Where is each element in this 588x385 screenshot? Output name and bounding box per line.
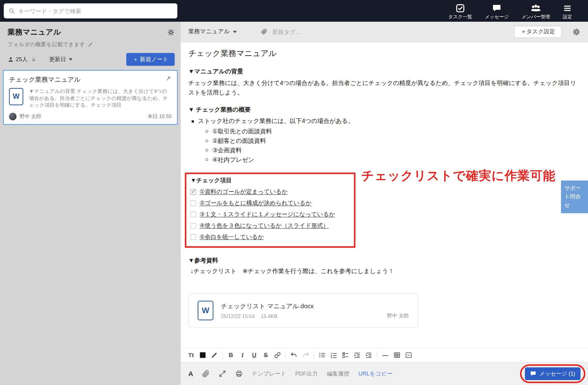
attachment-card[interactable]: W チェックリスト マニュアル.docx 25/12/22 15:54 15.4… bbox=[188, 293, 418, 328]
task-settings-button[interactable]: ＋タスク設定 bbox=[514, 26, 562, 38]
italic-button[interactable]: I bbox=[237, 350, 248, 361]
text-color-button[interactable] bbox=[197, 350, 209, 361]
note-card-title: チェック業務マニュアル bbox=[9, 75, 80, 84]
checklist-button[interactable] bbox=[340, 350, 351, 361]
section-heading-checklist: ▼チェック項目 bbox=[190, 177, 350, 185]
toolbar-divider bbox=[314, 351, 314, 359]
search-box[interactable] bbox=[4, 3, 177, 18]
nav-settings-label: 設定 bbox=[563, 14, 572, 20]
folder-selector-label: 業務マニュアル bbox=[188, 28, 230, 36]
collapse-block-button[interactable] bbox=[403, 350, 414, 361]
note-settings-gear-icon[interactable] bbox=[572, 28, 580, 36]
folder-settings-gear-icon[interactable] bbox=[167, 28, 175, 36]
highlighter-button[interactable] bbox=[209, 350, 220, 361]
nav-member-management[interactable]: メンバー管理 bbox=[522, 3, 550, 20]
toolbar-divider bbox=[222, 351, 223, 359]
checklist-item[interactable]: ③１文・１スライドに１メッセージになっているか bbox=[190, 211, 350, 219]
member-count-label: 25人 bbox=[16, 56, 28, 63]
checkbox-icon[interactable] bbox=[190, 234, 196, 240]
word-doc-icon: W bbox=[9, 88, 23, 106]
expand-icon bbox=[219, 370, 226, 378]
note-card-author: 野中 太郎 bbox=[20, 113, 41, 120]
new-tag-input[interactable] bbox=[272, 28, 355, 35]
pin-icon[interactable] bbox=[165, 75, 172, 82]
avatar bbox=[9, 113, 17, 120]
list-item: ③企画資料 bbox=[188, 146, 581, 155]
overview-lead: ストック社のチェック業務には、以下4つの場合がある。 bbox=[188, 117, 581, 125]
note-editor-area[interactable]: チェック業務マニュアル ▼マニュアルの背景 チェック業務には、大きく分けて4つの… bbox=[181, 42, 588, 348]
list-item: ④社内プレゼン bbox=[188, 155, 581, 165]
nav-messages-label: メッセージ bbox=[485, 14, 509, 20]
attachment-date: 25/12/22 15:54 bbox=[221, 313, 255, 319]
nav-settings[interactable]: 設定 bbox=[563, 3, 572, 20]
paperclip-icon bbox=[202, 370, 210, 378]
checklist-highlight-frame: ▼チェック項目 ①資料のゴールが定まっているか ②ゴールをもとに構成が決められて… bbox=[185, 172, 356, 248]
section-heading-background: ▼マニュアルの背景 bbox=[188, 68, 581, 76]
text-style-button[interactable]: Tt bbox=[185, 350, 197, 361]
attachment-filename: チェックリスト マニュアル.docx bbox=[221, 302, 314, 310]
members-icon bbox=[530, 3, 542, 13]
outdent-button[interactable] bbox=[351, 350, 363, 361]
checkbox-icon[interactable] bbox=[190, 189, 196, 194]
note-toolbar: 業務マニュアル ＋タスク設定 bbox=[181, 22, 588, 42]
checklist-item[interactable]: ①資料のゴールが定まっているか bbox=[190, 188, 350, 196]
redo-button[interactable] bbox=[300, 350, 312, 361]
copy-url-button[interactable]: URLをコピー bbox=[358, 370, 393, 377]
font-color-button[interactable]: A bbox=[188, 370, 193, 378]
underline-button[interactable]: U bbox=[248, 350, 260, 361]
note-card-preview: ▼マニュアルの背景 チェック業務には、大きく分けて4つの場合がある。担当者ごとに… bbox=[29, 88, 171, 109]
member-count[interactable]: 25人 bbox=[8, 56, 36, 63]
annotation-text: チェックリストで確実に作業可能 bbox=[361, 167, 556, 184]
sort-dropdown[interactable]: 更新日 bbox=[49, 56, 72, 63]
editor-toolbar: Tt B I U S — bbox=[181, 348, 588, 362]
section-heading-reference: ▼参考資料 bbox=[188, 257, 581, 265]
section-body-background: チェック業務には、大きく分けて4つの場合がある。担当者ごとにチェックの精度が異な… bbox=[188, 78, 579, 97]
circle-bullet-icon bbox=[205, 149, 208, 152]
section-heading-overview: ▼ チェック業務の概要 bbox=[188, 106, 581, 114]
checklist-item[interactable]: ⑤余白を統一しているか bbox=[190, 233, 350, 241]
note-card[interactable]: チェック業務マニュアル W ▼マニュアルの背景 チェック業務には、大きく分けて4… bbox=[3, 70, 178, 125]
nav-messages[interactable]: メッセージ bbox=[485, 3, 509, 20]
pdf-export-button[interactable]: PDF出力 bbox=[295, 370, 318, 377]
checklist-item[interactable]: ②ゴールをもとに構成が決められているか bbox=[190, 199, 350, 207]
horizontal-rule-button[interactable]: — bbox=[379, 350, 391, 361]
folder-selector[interactable]: 業務マニュアル bbox=[188, 28, 237, 36]
edit-history-button[interactable]: 編集履歴 bbox=[327, 370, 349, 377]
attach-file-button[interactable] bbox=[202, 370, 210, 378]
folder-title: 業務マニュアル bbox=[8, 27, 61, 37]
circle-bullet-icon bbox=[205, 158, 208, 161]
checkbox-icon[interactable] bbox=[190, 212, 196, 217]
message-bubble-icon bbox=[530, 371, 536, 377]
note-title[interactable]: チェック業務マニュアル bbox=[188, 48, 581, 58]
folder-header: 業務マニュアル フォルダの概要を記載できます 25人 更新日 ＋ 新規ノート bbox=[0, 22, 181, 69]
print-button[interactable] bbox=[235, 370, 243, 378]
bullet-list-button[interactable] bbox=[316, 350, 328, 361]
support-tab[interactable]: サポート問合せ bbox=[561, 180, 588, 213]
checkbox-icon[interactable] bbox=[190, 200, 196, 206]
indent-button[interactable] bbox=[363, 350, 375, 361]
message-bubble-icon bbox=[492, 3, 501, 13]
nav-task-list[interactable]: タスク一覧 bbox=[448, 3, 472, 20]
search-input[interactable] bbox=[18, 8, 173, 14]
template-button[interactable]: テンプレート bbox=[252, 370, 286, 377]
printer-icon bbox=[235, 370, 243, 378]
checklist-item[interactable]: ④使う色を３色になっているか（スライド形式） bbox=[190, 222, 350, 230]
list-item: ①取引先との面談資料 bbox=[188, 127, 581, 136]
edit-description-pencil-icon[interactable] bbox=[88, 42, 93, 47]
sidebar: 業務マニュアル フォルダの概要を記載できます 25人 更新日 ＋ 新規ノート bbox=[0, 22, 181, 385]
bold-button[interactable]: B bbox=[225, 350, 237, 361]
strikethrough-button[interactable]: S bbox=[260, 350, 272, 361]
numbered-list-button[interactable] bbox=[328, 350, 340, 361]
link-button[interactable] bbox=[272, 350, 283, 361]
new-note-button[interactable]: ＋ 新規ノート bbox=[126, 53, 175, 66]
top-navigation: タスク一覧 メッセージ メンバー管理 設定 bbox=[448, 2, 572, 22]
checkbox-icon[interactable] bbox=[190, 223, 196, 228]
message-button[interactable]: メッセージ (1) bbox=[525, 367, 580, 380]
main-panel: 業務マニュアル ＋タスク設定 チェック業務マニュアル ▼マニュアルの背景 チェッ… bbox=[181, 22, 588, 385]
fullscreen-button[interactable] bbox=[219, 370, 226, 378]
toolbar-divider bbox=[377, 351, 377, 359]
undo-button[interactable] bbox=[288, 350, 300, 361]
table-button[interactable] bbox=[391, 350, 403, 361]
sort-label: 更新日 bbox=[49, 56, 66, 63]
circle-bullet-icon bbox=[205, 130, 208, 133]
